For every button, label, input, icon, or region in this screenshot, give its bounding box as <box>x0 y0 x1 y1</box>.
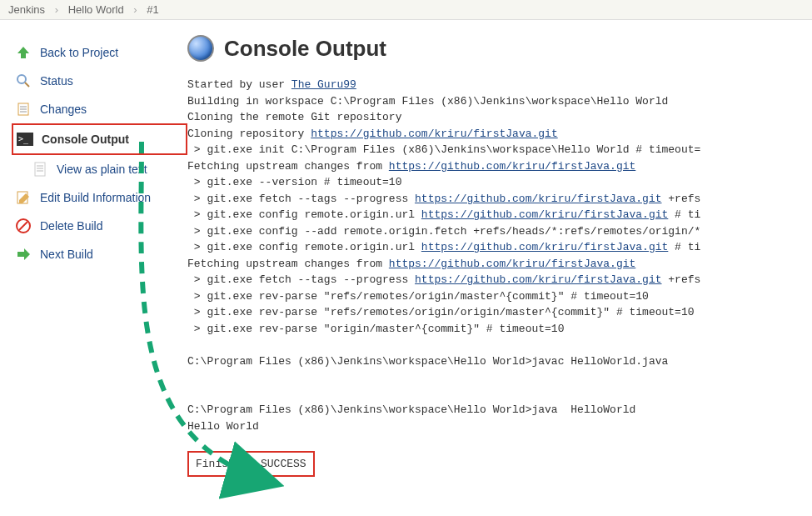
main-content: Console Output Started by user The_Guru9… <box>187 20 812 515</box>
delete-icon <box>15 218 32 234</box>
text: C:\Program Files (x86)\Jenkins\workspace… <box>187 355 675 368</box>
sidebar-item-console[interactable]: >_ Console Output <box>12 123 187 155</box>
svg-rect-8 <box>35 163 45 176</box>
sidebar-item-plaintext[interactable]: View as plain text <box>12 155 187 183</box>
svg-text:>_: >_ <box>18 134 29 144</box>
text: > git.exe config remote.origin.url <box>187 208 421 221</box>
text: > git.exe --version # timeout=10 <box>187 176 401 188</box>
text: C:\Program Files (x86)\Jenkins\workspace… <box>187 403 642 416</box>
sidebar-item-label: Status <box>40 74 73 88</box>
text: > git.exe rev-parse "refs/remotes/origin… <box>187 306 695 318</box>
sidebar-item-delete[interactable]: Delete Build <box>12 212 187 240</box>
repo-link[interactable]: https://github.com/kriru/firstJava.git <box>389 160 635 173</box>
text: # ti <box>668 241 700 253</box>
repo-link[interactable]: https://github.com/kriru/firstJava.git <box>389 258 635 270</box>
text: > git.exe rev-parse "origin/master^{comm… <box>187 323 564 335</box>
breadcrumb-sep: › <box>133 3 137 16</box>
sidebar-item-label: Back to Project <box>40 46 118 59</box>
breadcrumb-jenkins[interactable]: Jenkins <box>8 3 45 16</box>
repo-link[interactable]: https://github.com/kriru/firstJava.git <box>415 273 661 286</box>
text: Fetching upstream changes from <box>187 160 389 173</box>
text: Fetching upstream changes from <box>187 258 389 270</box>
notepad-icon <box>15 101 32 118</box>
text: Hello World <box>187 420 259 433</box>
text: > git.exe fetch --tags --progress <box>187 193 415 205</box>
breadcrumb-build[interactable]: #1 <box>147 3 158 16</box>
sidebar-item-next[interactable]: Next Build <box>12 240 187 268</box>
repo-link[interactable]: https://github.com/kriru/firstJava.git <box>311 128 557 140</box>
text: +refs <box>662 273 701 286</box>
sidebar-item-status[interactable]: Status <box>12 67 187 95</box>
breadcrumb-project[interactable]: Hello World <box>68 3 124 16</box>
sidebar-item-label: View as plain text <box>57 163 147 176</box>
repo-link[interactable]: https://github.com/kriru/firstJava.git <box>421 208 668 221</box>
sidebar: Back to Project Status Changes >_ Consol… <box>0 20 187 515</box>
text: > git.exe rev-parse "refs/remotes/origin… <box>187 290 649 303</box>
svg-line-1 <box>25 83 29 87</box>
magnifier-icon <box>15 73 32 89</box>
svg-line-14 <box>19 222 27 230</box>
finished-status: Finished: SUCCESS <box>187 451 315 478</box>
svg-point-0 <box>17 75 26 83</box>
text: > git.exe config remote.origin.url <box>187 241 421 253</box>
sidebar-item-back[interactable]: Back to Project <box>12 38 187 67</box>
terminal-icon: >_ <box>17 131 33 148</box>
text: > git.exe init C:\Program Files (x86)\Je… <box>187 143 700 156</box>
text: Started by user <box>187 78 291 91</box>
text: # ti <box>668 208 700 221</box>
text: Cloning repository <box>187 128 311 140</box>
text: +refs <box>662 193 701 205</box>
status-orb-icon <box>187 35 214 62</box>
sidebar-item-label: Changes <box>40 103 87 116</box>
text: > git.exe fetch --tags --progress <box>187 273 415 286</box>
breadcrumb-sep: › <box>55 3 58 16</box>
document-icon <box>32 161 48 178</box>
notepad-pencil-icon <box>15 189 32 206</box>
text: Building in workspace C:\Program Files (… <box>187 95 668 108</box>
page-title: Console Output <box>224 36 386 62</box>
right-arrow-icon <box>15 246 32 263</box>
sidebar-item-changes[interactable]: Changes <box>12 95 187 123</box>
sidebar-item-label: Delete Build <box>40 219 103 233</box>
sidebar-item-label: Console Output <box>42 133 129 146</box>
breadcrumb: Jenkins › Hello World › #1 <box>0 0 812 20</box>
console-output: Started by user The_Guru99 Building in w… <box>187 77 812 477</box>
text: Cloning the remote Git repository <box>187 111 401 123</box>
sidebar-item-edit[interactable]: Edit Build Information <box>12 183 187 212</box>
user-link[interactable]: The_Guru99 <box>291 78 356 91</box>
repo-link[interactable]: https://github.com/kriru/firstJava.git <box>421 241 668 253</box>
text: > git.exe config --add remote.origin.fet… <box>187 225 700 238</box>
repo-link[interactable]: https://github.com/kriru/firstJava.git <box>415 193 661 205</box>
sidebar-item-label: Next Build <box>40 248 93 261</box>
up-arrow-icon <box>15 44 32 61</box>
sidebar-item-label: Edit Build Information <box>40 191 151 204</box>
